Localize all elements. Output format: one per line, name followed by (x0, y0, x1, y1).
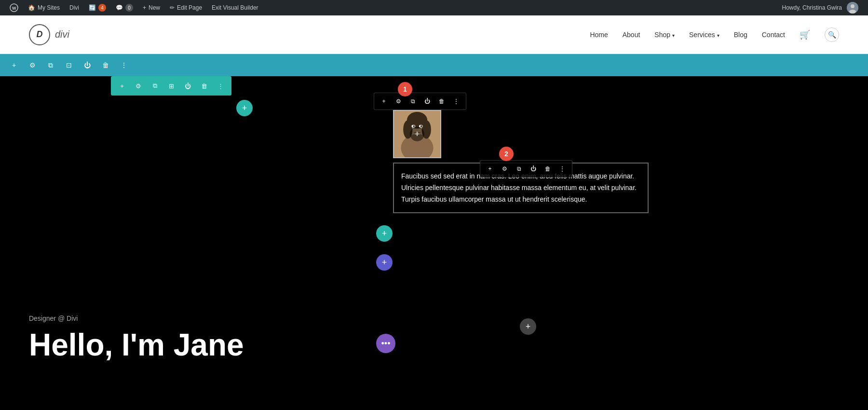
add-row-btn-1[interactable]: + (376, 225, 393, 242)
add-column-btn[interactable]: + (236, 100, 253, 116)
txt-copy-btn[interactable]: ⧉ (513, 163, 525, 175)
txt-add-btn[interactable]: + (484, 163, 496, 175)
svg-point-4 (849, 10, 856, 14)
section-layout-btn[interactable]: ⊡ (62, 58, 76, 72)
exit-builder-btn[interactable]: Exit Visual Builder (207, 0, 263, 15)
image-module[interactable]: + (393, 110, 441, 158)
svg-point-14 (420, 125, 422, 127)
section-toolbar: + ⚙ ⧉ ⊡ ⏻ 🗑 ⋮ (0, 54, 868, 76)
txt-more-icon: ⋮ (559, 165, 565, 172)
add-row-btn-2[interactable]: + (376, 254, 393, 271)
layout-icon: ⊡ (66, 61, 72, 69)
exit-builder-label: Exit Visual Builder (212, 4, 258, 11)
txt-copy-icon: ⧉ (517, 165, 521, 172)
search-button[interactable]: 🔍 (825, 27, 839, 42)
edit-page-btn[interactable]: ✏ Edit Page (165, 0, 207, 15)
svg-point-3 (851, 4, 854, 8)
img-gear-icon: ⚙ (396, 98, 401, 105)
badge-2: 2 (499, 147, 514, 161)
add-section-icon: + (526, 322, 531, 332)
new-menu[interactable]: + New (138, 0, 165, 15)
more-icon: ⋮ (121, 61, 127, 69)
add-more-btn[interactable]: ••• (376, 334, 395, 353)
site-header: D divi Home About Shop Services Blog Con… (0, 15, 868, 54)
row-add-btn[interactable]: + (116, 80, 128, 92)
section-delete-btn[interactable]: 🗑 (99, 58, 112, 72)
updates-menu[interactable]: 🔄 4 (84, 0, 111, 15)
img-power-icon: ⏻ (424, 98, 430, 105)
nav-contact[interactable]: Contact (762, 31, 785, 39)
row-copy-btn[interactable]: ⧉ (149, 80, 161, 92)
comments-menu[interactable]: 💬 0 (111, 0, 138, 15)
img-settings-btn[interactable]: ⚙ (393, 96, 404, 107)
search-icon: 🔍 (828, 31, 836, 39)
section-settings-btn[interactable]: ⚙ (26, 58, 39, 72)
txt-power-btn[interactable]: ⏻ (528, 163, 539, 175)
edit-page-label: Edit Page (177, 4, 202, 11)
section-copy-btn[interactable]: ⧉ (44, 58, 57, 72)
add-row-1-icon: + (382, 229, 387, 239)
user-greeting: Howdy, Christina Gwira (782, 4, 842, 11)
txt-plus-icon: + (488, 165, 491, 172)
module-image: + (394, 111, 440, 157)
section-add-btn[interactable]: + (7, 58, 21, 72)
img-more-icon: ⋮ (453, 98, 459, 105)
cart-icon[interactable]: 🛒 (800, 29, 810, 40)
txt-more-btn[interactable]: ⋮ (556, 163, 568, 175)
nav-services-label: Services (689, 31, 715, 39)
nav-services[interactable]: Services (689, 31, 719, 39)
img-add-btn[interactable]: + (378, 96, 390, 107)
add-section-btn[interactable]: + (520, 318, 536, 335)
row-plus-icon: + (120, 82, 124, 90)
row-power-icon: ⏻ (185, 82, 191, 90)
home-icon: 🏠 (28, 4, 35, 11)
nav-blog[interactable]: Blog (734, 31, 747, 39)
admin-user-info: Howdy, Christina Gwira (777, 2, 863, 14)
new-label: New (149, 4, 160, 11)
row-cols-icon: ⊞ (169, 82, 174, 90)
my-sites-menu[interactable]: 🏠 My Sites (23, 0, 65, 15)
row-columns-btn[interactable]: ⊞ (165, 80, 177, 92)
updates-badge: 4 (98, 4, 106, 12)
nav-shop[interactable]: Shop (654, 31, 675, 39)
img-copy-icon: ⧉ (411, 98, 415, 105)
nav-home-label: Home (590, 31, 608, 39)
add-row-2-icon: + (382, 258, 387, 268)
logo-circle: D (29, 24, 50, 45)
section-more-btn[interactable]: ⋮ (117, 58, 131, 72)
row-power-btn[interactable]: ⏻ (181, 80, 194, 92)
divi-label: Divi (69, 4, 79, 11)
pencil-icon: ✏ (170, 4, 175, 11)
shop-chevron-icon (672, 31, 675, 39)
nav-about[interactable]: About (623, 31, 640, 39)
wp-logo[interactable]: W (5, 0, 23, 15)
updates-icon: 🔄 (89, 4, 96, 11)
nav-contact-label: Contact (762, 31, 785, 39)
site-nav: Home About Shop Services Blog Contact 🛒 … (590, 27, 839, 42)
section-power-btn[interactable]: ⏻ (81, 58, 94, 72)
bottom-section: Designer @ Divi Hello, I'm Jane (0, 295, 868, 410)
services-chevron-icon (717, 31, 719, 39)
site-logo[interactable]: D divi (29, 24, 69, 45)
image-add-btn[interactable]: + (410, 127, 424, 141)
user-avatar[interactable] (847, 2, 858, 14)
img-power-btn[interactable]: ⏻ (421, 96, 433, 107)
row-copy-icon: ⧉ (153, 82, 157, 90)
row-delete-btn[interactable]: 🗑 (198, 80, 210, 92)
txt-delete-btn[interactable]: 🗑 (542, 163, 554, 175)
my-sites-label: My Sites (38, 4, 60, 11)
add-more-icon: ••• (381, 339, 391, 349)
txt-settings-btn[interactable]: ⚙ (499, 163, 510, 175)
divi-menu[interactable]: Divi (65, 0, 84, 15)
img-plus-icon: + (382, 98, 385, 105)
power-icon: ⏻ (84, 61, 91, 69)
img-copy-btn[interactable]: ⧉ (407, 96, 419, 107)
nav-home[interactable]: Home (590, 31, 608, 39)
row-settings-btn[interactable]: ⚙ (132, 80, 145, 92)
txt-trash-icon: 🗑 (545, 165, 551, 172)
nav-shop-label: Shop (654, 31, 670, 39)
img-more-btn[interactable]: ⋮ (450, 96, 462, 107)
img-delete-btn[interactable]: 🗑 (436, 96, 448, 107)
row-more-btn[interactable]: ⋮ (214, 80, 227, 92)
image-module-toolbar: + ⚙ ⧉ ⏻ 🗑 ⋮ (374, 93, 466, 110)
